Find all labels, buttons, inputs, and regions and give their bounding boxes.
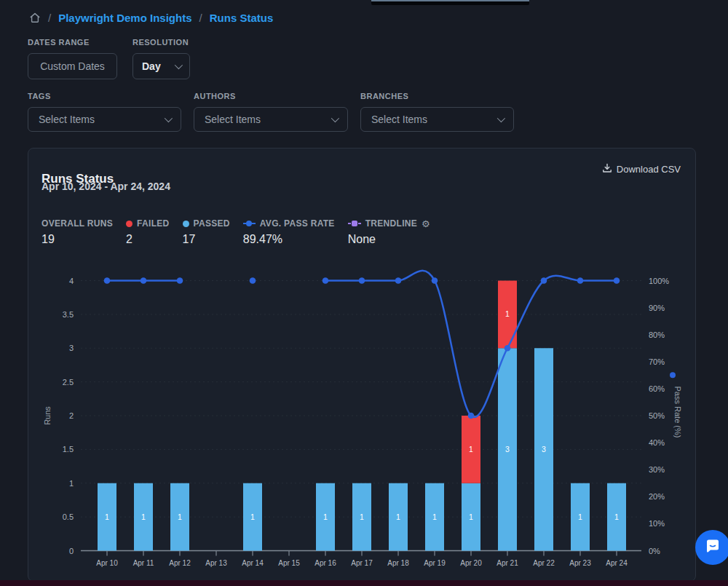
- stat-failed: FAILED 2: [126, 218, 169, 246]
- bar-value-label: 1: [396, 512, 400, 521]
- axis-tick-label: 3.5: [63, 310, 74, 319]
- home-icon[interactable]: [29, 12, 41, 23]
- pass-rate-point[interactable]: [104, 277, 111, 284]
- bar-value-label: 1: [469, 445, 473, 454]
- authors-group: AUTHORS Select Items: [194, 92, 348, 132]
- download-csv-label: Download CSV: [617, 164, 681, 175]
- tags-placeholder: Select Items: [39, 114, 95, 125]
- pass-rate-point[interactable]: [541, 277, 547, 284]
- x-axis-category-label: Apr 14: [242, 559, 264, 567]
- stat-trendline: TRENDLINE ⚙ None: [348, 218, 430, 246]
- axis-tick-label: 70%: [649, 357, 665, 366]
- axis-tick-label: 1.5: [63, 445, 74, 454]
- axis-tick-label: 1: [69, 479, 74, 488]
- pass-rate-point[interactable]: [432, 277, 438, 284]
- left-axis-title: Runs: [43, 406, 52, 425]
- passed-dot-icon: [183, 221, 189, 227]
- x-axis-category-label: Apr 12: [169, 559, 191, 567]
- chevron-down-icon: [175, 61, 183, 69]
- pass-rate-point[interactable]: [323, 277, 329, 284]
- bar-value-label: 1: [178, 512, 182, 521]
- pass-rate-point[interactable]: [395, 277, 402, 284]
- axis-tick-label: 0: [69, 547, 74, 555]
- breadcrumb-link-project[interactable]: Playwright Demo Insights: [58, 12, 191, 24]
- stat-label: OVERALL RUNS: [41, 218, 113, 229]
- dates-range-group: DATES RANGE Custom Dates: [28, 38, 117, 79]
- resolution-value: Day: [142, 60, 161, 72]
- stat-value: 2: [126, 233, 169, 246]
- tags-select[interactable]: Select Items: [28, 107, 181, 132]
- bar-value-label: 1: [250, 512, 255, 521]
- bar-value-label: 1: [614, 512, 619, 521]
- axis-tick-label: 0.5: [63, 512, 74, 521]
- download-csv-button[interactable]: Download CSV: [602, 163, 681, 175]
- axis-tick-label: 2.5: [63, 378, 74, 387]
- branches-placeholder: Select Items: [371, 114, 427, 125]
- pass-rate-point[interactable]: [359, 277, 365, 284]
- x-axis-category-label: Apr 11: [133, 559, 154, 567]
- x-axis-category-label: Apr 20: [460, 559, 482, 567]
- chevron-down-icon: [331, 114, 339, 122]
- bar-value-label: 3: [505, 445, 510, 454]
- custom-dates-button-label: Custom Dates: [40, 60, 105, 72]
- chevron-down-icon: [497, 114, 505, 122]
- browser-artifact: [371, 0, 529, 5]
- bar-value-label: 1: [432, 512, 437, 521]
- axis-tick-label: 40%: [649, 438, 665, 447]
- pass-rate-point[interactable]: [614, 277, 620, 284]
- x-axis-category-label: Apr 24: [606, 559, 628, 567]
- axis-tick-label: 2: [69, 411, 74, 420]
- x-axis-category-label: Apr 15: [278, 559, 300, 567]
- tags-group: TAGS Select Items: [28, 92, 181, 132]
- pass-rate-point[interactable]: [577, 277, 584, 284]
- stat-label: FAILED: [137, 218, 169, 229]
- filters-row-2: TAGS Select Items AUTHORS Select Items B…: [28, 92, 514, 132]
- branches-group: BRANCHES Select Items: [360, 92, 514, 132]
- breadcrumb-link-page[interactable]: Runs Status: [210, 12, 274, 24]
- runs-chart[interactable]: 00.511.522.533.540%10%20%30%40%50%60%70%…: [28, 263, 697, 582]
- x-axis-category-label: Apr 23: [569, 559, 591, 567]
- resolution-select[interactable]: Day: [132, 53, 190, 79]
- resolution-label: RESOLUTION: [132, 38, 190, 47]
- axis-tick-label: 20%: [649, 492, 665, 501]
- bar-value-label: 3: [542, 445, 546, 454]
- pass-rate-point[interactable]: [505, 345, 511, 352]
- axis-tick-label: 3: [69, 344, 74, 352]
- x-axis-category-label: Apr 10: [96, 559, 118, 567]
- axis-tick-label: 80%: [649, 330, 665, 339]
- breadcrumb-separator: /: [48, 12, 51, 24]
- stat-avg-pass-rate: AVG. PASS RATE 89.47%: [243, 218, 335, 246]
- x-axis-category-label: Apr 22: [533, 559, 555, 567]
- stat-label: PASSED: [194, 218, 230, 229]
- gear-icon[interactable]: ⚙: [422, 219, 430, 229]
- authors-placeholder: Select Items: [205, 114, 261, 125]
- chat-widget-button[interactable]: [695, 530, 728, 565]
- pass-rate-point[interactable]: [141, 277, 147, 284]
- pass-rate-line: [325, 271, 617, 417]
- failed-dot-icon: [126, 221, 132, 227]
- stat-value: 89.47%: [243, 233, 335, 246]
- download-icon: [602, 163, 612, 175]
- bar-value-label: 1: [505, 309, 510, 318]
- card-date-range: Apr 10, 2024 - Apr 24, 2024: [41, 181, 170, 192]
- dates-range-label: DATES RANGE: [28, 38, 117, 47]
- authors-label: AUTHORS: [194, 92, 348, 100]
- bar-value-label: 1: [360, 512, 364, 521]
- branches-select[interactable]: Select Items: [360, 107, 514, 132]
- bar-value-label: 1: [323, 512, 328, 521]
- stat-label: AVG. PASS RATE: [260, 218, 335, 229]
- stat-value: 19: [41, 233, 113, 246]
- stat-value: None: [348, 233, 430, 246]
- pass-rate-point[interactable]: [468, 413, 475, 419]
- axis-tick-label: 50%: [649, 411, 665, 420]
- axis-tick-label: 100%: [649, 277, 669, 285]
- stat-value: 17: [183, 233, 230, 246]
- authors-select[interactable]: Select Items: [194, 107, 348, 132]
- custom-dates-button[interactable]: Custom Dates: [28, 53, 117, 79]
- axis-tick-label: 60%: [649, 384, 665, 393]
- pass-rate-point[interactable]: [250, 277, 256, 284]
- tags-label: TAGS: [28, 92, 181, 100]
- stat-passed: PASSED 17: [183, 218, 230, 246]
- bottom-strip: [0, 580, 728, 586]
- pass-rate-point[interactable]: [177, 277, 183, 284]
